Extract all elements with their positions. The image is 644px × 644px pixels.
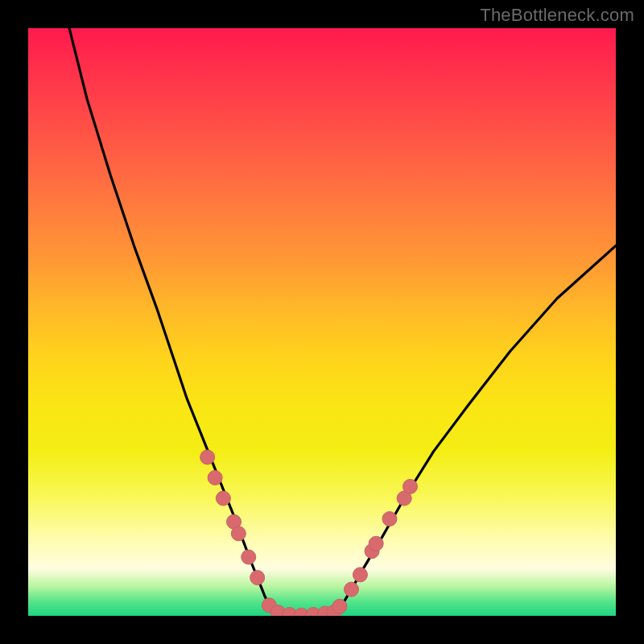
curve-layer: [28, 28, 616, 616]
plot-area: [28, 28, 616, 616]
chart-frame: TheBottleneck.com: [0, 0, 644, 644]
data-marker: [382, 512, 397, 526]
data-marker: [250, 571, 265, 585]
curve-group: [69, 28, 616, 616]
data-marker: [353, 568, 367, 582]
watermark-text: TheBottleneck.com: [480, 5, 634, 26]
data-marker: [332, 599, 347, 613]
data-marker: [345, 582, 359, 597]
bottleneck-curve: [69, 28, 616, 616]
data-marker: [231, 526, 246, 541]
data-marker: [242, 550, 256, 564]
data-marker: [200, 450, 215, 464]
data-marker: [369, 536, 383, 551]
data-marker: [208, 470, 222, 485]
data-marker: [216, 491, 230, 506]
data-marker: [403, 479, 418, 493]
